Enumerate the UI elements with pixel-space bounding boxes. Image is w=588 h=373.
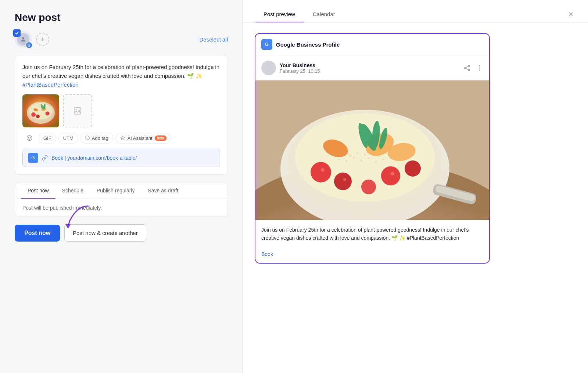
emoji-button[interactable] <box>22 133 36 144</box>
svg-point-37 <box>357 152 359 154</box>
svg-point-18 <box>30 137 31 138</box>
svg-point-47 <box>368 157 370 159</box>
tab-post-now[interactable]: Post now <box>21 182 55 199</box>
svg-point-49 <box>383 159 384 160</box>
right-tabs: Post preview Calendar <box>255 6 344 22</box>
preview-card: G Google Business Profile Your Business … <box>255 33 490 264</box>
svg-point-46 <box>360 159 362 162</box>
svg-point-55 <box>381 166 400 185</box>
google-badge: G <box>26 42 32 48</box>
preview-food-image <box>255 80 489 220</box>
post-content-box: Join us on February 25th for a celebrati… <box>15 55 228 175</box>
tab-schedule[interactable]: Schedule <box>55 182 90 199</box>
svg-point-41 <box>386 153 388 155</box>
svg-point-36 <box>349 155 351 157</box>
emoji-icon <box>26 135 33 141</box>
preview-username: Your Business <box>280 62 320 68</box>
svg-point-51 <box>311 162 331 182</box>
svg-line-25 <box>466 66 468 67</box>
svg-point-44 <box>345 160 348 162</box>
account-checkbox[interactable] <box>13 29 21 37</box>
action-buttons: Post now Post now & create another <box>15 224 228 242</box>
media-thumbnail[interactable] <box>22 94 59 127</box>
arrow-annotation <box>55 202 99 228</box>
preview-avatar <box>261 61 276 75</box>
svg-point-56 <box>391 172 394 175</box>
gif-button[interactable]: GIF <box>39 133 56 144</box>
svg-point-19 <box>86 137 87 137</box>
svg-point-5 <box>36 115 40 118</box>
svg-point-17 <box>28 137 29 138</box>
svg-point-26 <box>479 65 480 66</box>
right-panel: Post preview Calendar × G Google Busines… <box>243 0 588 373</box>
add-tag-button[interactable]: Add tag <box>80 133 113 144</box>
svg-point-4 <box>31 112 36 117</box>
preview-user-details: Your Business February 25, 10:15 <box>280 62 320 74</box>
preview-post-text: Join us on February 25th for a celebrati… <box>255 220 489 248</box>
svg-point-45 <box>353 157 355 159</box>
preview-actions <box>463 64 483 72</box>
check-icon <box>15 31 19 35</box>
svg-point-23 <box>468 69 470 71</box>
svg-point-54 <box>343 178 346 181</box>
svg-point-57 <box>405 160 421 177</box>
image-plus-icon <box>73 106 82 115</box>
right-content: G Google Business Profile Your Business … <box>243 23 588 373</box>
share-icon[interactable] <box>463 64 471 72</box>
right-header: Post preview Calendar × <box>243 0 588 23</box>
add-account-button[interactable]: + <box>36 33 49 46</box>
hashtag: #PlantBasedPerfection <box>22 82 79 88</box>
tab-post-preview[interactable]: Post preview <box>255 6 304 22</box>
preview-inner: Your Business February 25, 10:15 <box>255 55 489 263</box>
svg-point-48 <box>375 161 377 163</box>
svg-point-52 <box>321 168 325 172</box>
tag-icon <box>85 135 90 141</box>
svg-point-22 <box>465 67 466 69</box>
link-text: Book | yourdomain.com/book-a-table/ <box>51 155 137 161</box>
toolbar-row: GIF UTM Add tag AI Assistant beta <box>22 133 220 144</box>
svg-point-28 <box>479 70 480 71</box>
preview-card-header: G Google Business Profile <box>255 34 489 55</box>
link-icon <box>42 155 48 161</box>
page-title: New post <box>15 12 228 23</box>
post-now-button[interactable]: Post now <box>15 225 60 242</box>
tab-publish-regularly[interactable]: Publish regularly <box>90 182 141 199</box>
preview-user-info: Your Business February 25, 10:15 <box>261 61 320 75</box>
add-media-button[interactable] <box>63 94 92 127</box>
svg-point-38 <box>364 153 366 156</box>
media-row <box>22 94 220 127</box>
platform-name: Google Business Profile <box>276 41 340 48</box>
beta-badge: beta <box>155 135 167 141</box>
post-text: Join us on February 25th for a celebrati… <box>22 63 220 89</box>
preview-date: February 25, 10:15 <box>280 68 320 74</box>
more-options-icon[interactable] <box>476 64 483 72</box>
preview-post-header: Your Business February 25, 10:15 <box>255 55 489 80</box>
deselect-all-button[interactable]: Deselect all <box>199 36 228 43</box>
svg-marker-20 <box>65 224 71 228</box>
food-image <box>22 94 59 127</box>
tab-save-as-draft[interactable]: Save as draft <box>141 182 185 199</box>
link-row: G Book | yourdomain.com/book-a-table/ <box>22 149 220 167</box>
user-icon <box>20 36 26 43</box>
gbp-link-icon: G <box>28 153 38 163</box>
utm-button[interactable]: UTM <box>58 133 78 144</box>
svg-point-6 <box>46 112 50 116</box>
gbp-platform-icon: G <box>261 39 272 50</box>
svg-point-16 <box>27 135 32 141</box>
tab-content: Post will be published immediately. <box>15 199 227 217</box>
tab-calendar[interactable]: Calendar <box>304 6 344 22</box>
close-button[interactable]: × <box>566 10 576 19</box>
svg-point-13 <box>76 109 77 110</box>
svg-point-27 <box>479 68 480 69</box>
ai-icon <box>120 135 125 141</box>
svg-point-0 <box>22 37 24 39</box>
ai-assistant-button[interactable]: AI Assistant beta <box>115 133 171 144</box>
svg-point-58 <box>361 180 376 194</box>
svg-line-24 <box>466 68 468 69</box>
account-avatar: G <box>15 31 32 48</box>
svg-point-53 <box>334 173 352 190</box>
left-panel: New post G + Deselect all Join us on Feb… <box>0 0 243 373</box>
svg-point-43 <box>338 159 340 160</box>
publish-tabs-section: Post now Schedule Publish regularly Save… <box>15 182 228 217</box>
preview-book-link[interactable]: Book <box>255 248 489 263</box>
